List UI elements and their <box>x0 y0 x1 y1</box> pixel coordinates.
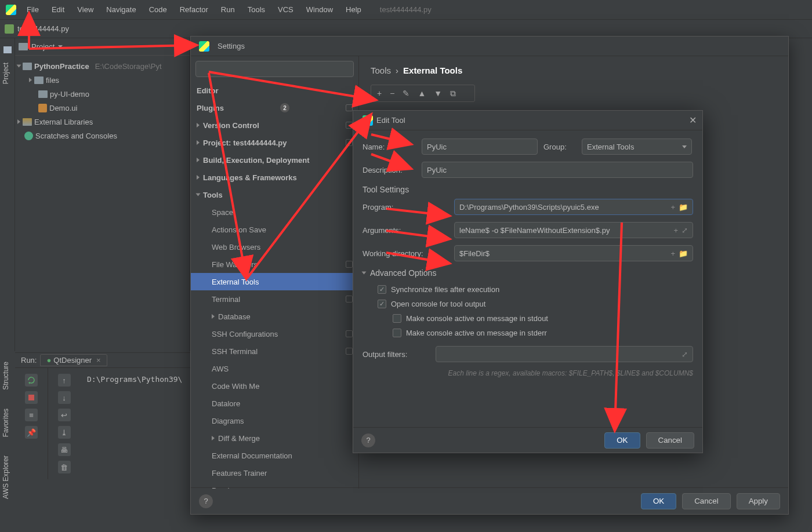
insert-macro-button[interactable]: + <box>673 226 678 235</box>
down-button[interactable]: ↓ <box>58 391 71 404</box>
cat-plugins[interactable]: Plugins2 <box>191 99 358 116</box>
tab-aws[interactable]: AWS Explorer <box>0 446 12 508</box>
chevron-right-icon[interactable] <box>29 78 32 82</box>
expand-icon[interactable]: ⤢ <box>682 226 688 235</box>
help-button[interactable]: ? <box>199 494 213 508</box>
tree-root[interactable]: PythonPractice E:\CodeStorage\Pyt <box>15 59 190 73</box>
cat-externaltools[interactable]: External Tools <box>191 273 358 290</box>
close-icon[interactable]: ✕ <box>689 115 697 126</box>
apply-button[interactable]: Apply <box>737 493 780 509</box>
menu-run[interactable]: Run <box>215 3 241 16</box>
browse-icon[interactable]: 📁 <box>679 203 688 212</box>
insert-macro-button[interactable]: + <box>670 249 675 258</box>
run-tab[interactable]: ● QtDesigner × <box>40 354 107 366</box>
chevron-right-icon[interactable] <box>197 158 200 162</box>
cat-bed[interactable]: Build, Execution, Deployment <box>191 151 358 169</box>
menu-file[interactable]: File <box>21 3 45 16</box>
tree-row[interactable]: py-UI-demo <box>15 87 190 101</box>
remove-button[interactable]: − <box>390 89 394 98</box>
cat-codewithme[interactable]: Code With Me <box>191 377 358 395</box>
menu-edit[interactable]: Edit <box>46 3 70 16</box>
stop-button[interactable] <box>25 391 38 404</box>
chevron-down-icon[interactable] <box>362 272 367 275</box>
chevron-right-icon[interactable] <box>197 175 200 180</box>
tree-scratches[interactable]: Scratches and Consoles <box>15 129 190 143</box>
search-input[interactable] <box>195 61 354 77</box>
cat-diffmerge[interactable]: Diff & Merge <box>191 429 358 447</box>
console-checkbox[interactable]: ✓ <box>378 300 386 308</box>
tab-structure[interactable]: Structure <box>0 352 12 399</box>
run-console[interactable]: D:\Programs\Python39\ <box>80 368 189 479</box>
down-button[interactable]: ▼ <box>434 89 442 98</box>
menu-code[interactable]: Code <box>143 3 173 16</box>
name-field[interactable] <box>427 143 532 151</box>
chevron-down-icon[interactable] <box>196 194 201 196</box>
project-dropdown[interactable]: Project <box>31 42 55 51</box>
layout-button[interactable]: ≡ <box>25 409 38 421</box>
help-button[interactable]: ? <box>361 433 375 447</box>
pin-button[interactable]: 📌 <box>25 426 38 439</box>
browse-icon[interactable]: 📁 <box>679 249 688 258</box>
insert-macro-button[interactable]: + <box>670 203 675 212</box>
add-button[interactable]: + <box>377 89 382 98</box>
cat-aws[interactable]: AWS <box>191 360 358 377</box>
nav-file[interactable]: test4444444.py <box>17 24 69 33</box>
tree-row[interactable]: Demo.ui <box>15 101 190 115</box>
chevron-down-icon[interactable] <box>58 45 63 48</box>
menu-help[interactable]: Help <box>340 3 367 16</box>
menu-window[interactable]: Window <box>300 3 339 16</box>
tab-favorites[interactable]: Favorites <box>0 399 12 446</box>
cancel-button[interactable]: Cancel <box>682 493 731 509</box>
chevron-right-icon[interactable] <box>197 140 200 145</box>
arguments-field[interactable] <box>459 226 670 235</box>
stderr-checkbox[interactable] <box>393 329 401 337</box>
group-combo[interactable]: External Tools <box>582 139 692 155</box>
chevron-down-icon[interactable] <box>682 145 687 148</box>
output-filters-field[interactable] <box>441 350 678 359</box>
cat-tools[interactable]: Tools <box>191 186 358 203</box>
cat-features[interactable]: Features Trainer <box>191 464 358 482</box>
rerun-button[interactable] <box>25 374 38 387</box>
cat-sshterm[interactable]: SSH Terminal <box>191 342 358 360</box>
ok-button[interactable]: OK <box>604 432 640 449</box>
stdout-checkbox[interactable] <box>393 314 401 323</box>
cat-terminal[interactable]: Terminal <box>191 290 358 308</box>
scroll-button[interactable]: ⤓ <box>58 426 71 439</box>
cat-vc[interactable]: Version Control <box>191 116 358 134</box>
workdir-field[interactable] <box>459 249 667 258</box>
chevron-right-icon[interactable] <box>197 123 200 127</box>
cat-webbrowsers[interactable]: Web Browsers <box>191 238 358 256</box>
program-field[interactable] <box>459 203 667 212</box>
cat-database[interactable]: Database <box>191 308 358 325</box>
wrap-button[interactable]: ↩ <box>58 409 71 421</box>
tree-ext-lib[interactable]: External Libraries <box>15 115 190 129</box>
cat-filewatchers[interactable]: File Watchers <box>191 256 358 273</box>
cat-project[interactable]: Project: test4444444.py <box>191 134 358 151</box>
tree-row[interactable]: files <box>15 73 190 87</box>
menu-navigate[interactable]: Navigate <box>100 3 142 16</box>
sync-checkbox[interactable]: ✓ <box>378 285 386 294</box>
edit-button[interactable]: ✎ <box>403 89 409 98</box>
copy-button[interactable]: ⧉ <box>450 89 456 99</box>
menu-vcs[interactable]: VCS <box>272 3 299 16</box>
expand-icon[interactable]: ⤢ <box>682 350 688 359</box>
cat-sshconf[interactable]: SSH Configurations <box>191 325 358 342</box>
menu-refactor[interactable]: Refactor <box>174 3 214 16</box>
cat-extdoc[interactable]: External Documentation <box>191 447 358 464</box>
menu-view[interactable]: View <box>71 3 99 16</box>
cat-diagrams[interactable]: Diagrams <box>191 412 358 429</box>
tab-project[interactable]: Project <box>0 57 12 90</box>
chevron-down-icon[interactable] <box>17 65 21 68</box>
cat-langs[interactable]: Languages & Frameworks <box>191 169 358 186</box>
advanced-header[interactable]: Advanced Options <box>370 268 436 278</box>
menu-tools[interactable]: Tools <box>242 3 271 16</box>
cancel-button[interactable]: Cancel <box>646 432 695 449</box>
up-button[interactable]: ▲ <box>418 89 426 98</box>
cat-datalore[interactable]: Datalore <box>191 395 358 412</box>
chevron-right-icon[interactable] <box>17 119 20 124</box>
print-button[interactable]: 🖶 <box>58 443 71 456</box>
ok-button[interactable]: OK <box>641 493 676 509</box>
description-field[interactable] <box>427 166 688 174</box>
trash-button[interactable]: 🗑 <box>58 461 71 473</box>
cat-editor[interactable]: Editor <box>191 82 358 99</box>
